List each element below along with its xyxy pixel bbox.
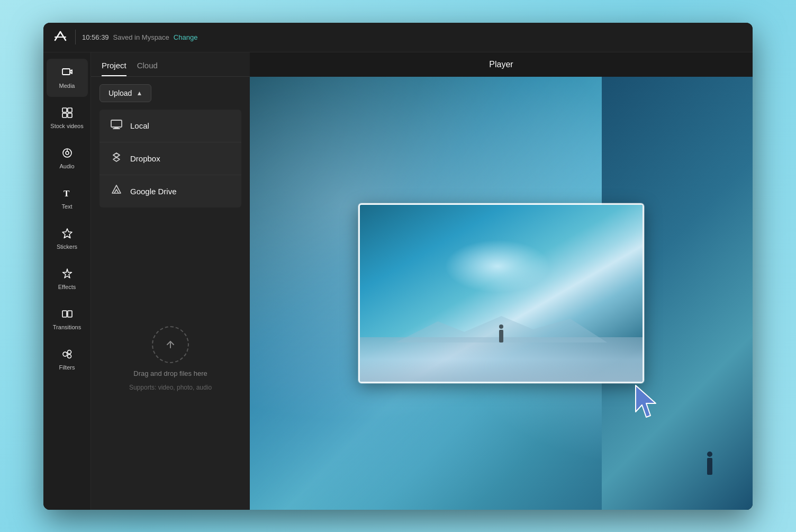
panel-tabs: Project Cloud: [91, 52, 250, 77]
background-person: [707, 458, 712, 475]
transitions-icon: [61, 308, 73, 321]
svg-rect-20: [111, 120, 122, 127]
player-title: Player: [250, 52, 753, 77]
chevron-up-icon: ▲: [136, 89, 142, 97]
top-bar: 10:56:39 Saved in Myspace Change: [43, 23, 753, 52]
saved-text: Saved in Myspace: [113, 33, 169, 41]
sidebar-label-text: Text: [61, 203, 72, 210]
svg-marker-25: [112, 185, 121, 193]
preview-inner: [360, 205, 643, 382]
cursor-container: [630, 383, 662, 423]
drop-zone: Drag and drop files here Supports: video…: [91, 208, 250, 510]
logo-icon: [53, 30, 68, 44]
tab-cloud[interactable]: Cloud: [137, 61, 158, 76]
dropbox-icon: [110, 151, 123, 166]
sidebar-label-transitions: Transitions: [53, 324, 81, 330]
stickers-icon: [61, 228, 73, 241]
googledrive-label: Google Drive: [130, 187, 177, 196]
dropdown-item-googledrive[interactable]: Google Drive: [100, 175, 241, 208]
cursor-icon: [630, 383, 662, 421]
dropdown-item-local[interactable]: Local: [100, 110, 241, 142]
upload-section: Upload ▲: [91, 77, 250, 110]
svg-marker-28: [636, 385, 656, 417]
googledrive-icon: [110, 184, 123, 199]
app-logo: [52, 29, 69, 46]
svg-rect-3: [62, 69, 70, 75]
drop-sub-text: Supports: video, photo, audio: [129, 384, 212, 391]
drop-main-text: Drag and drop files here: [133, 369, 207, 377]
dropdown-item-dropbox[interactable]: Dropbox: [100, 142, 241, 175]
top-bar-info: 10:56:39 Saved in Myspace Change: [82, 33, 197, 41]
svg-marker-24: [113, 153, 120, 157]
upload-button[interactable]: Upload ▲: [100, 84, 151, 102]
svg-point-17: [63, 352, 67, 356]
upload-dropdown: Local Dropbox: [100, 110, 241, 208]
dropbox-label: Dropbox: [130, 154, 160, 163]
svg-rect-14: [62, 311, 67, 317]
sidebar-item-text[interactable]: T Text: [47, 179, 88, 218]
stock-icon: [61, 107, 73, 120]
panel-area: Project Cloud Upload ▲: [91, 52, 250, 510]
top-bar-divider: [75, 30, 76, 44]
svg-marker-27: [395, 316, 607, 342]
sidebar-item-stickers[interactable]: Stickers: [47, 220, 88, 258]
sidebar-item-stock[interactable]: Stock videos: [47, 99, 88, 137]
svg-point-9: [66, 151, 69, 155]
app-window: 10:56:39 Saved in Myspace Change Media: [43, 23, 753, 510]
mountains-svg: [374, 311, 629, 342]
preview-card: [358, 203, 644, 383]
filters-icon: [61, 348, 73, 362]
left-sidebar: Media Stock videos: [43, 52, 91, 510]
svg-line-0: [55, 32, 60, 40]
sidebar-item-media[interactable]: Media: [47, 59, 88, 97]
sidebar-label-stickers: Stickers: [57, 244, 77, 250]
tab-project[interactable]: Project: [102, 61, 126, 76]
media-icon: [61, 67, 73, 80]
svg-rect-21: [114, 127, 119, 128]
upload-label: Upload: [108, 89, 132, 97]
sidebar-item-transitions[interactable]: Transitions: [47, 300, 88, 338]
sidebar-item-filters[interactable]: Filters: [47, 340, 88, 378]
svg-line-1: [60, 32, 66, 40]
change-link[interactable]: Change: [174, 33, 198, 41]
player-content: [250, 77, 753, 510]
sidebar-label-effects: Effects: [58, 284, 76, 290]
svg-rect-15: [68, 311, 72, 317]
svg-marker-12: [62, 229, 72, 238]
sidebar-label-filters: Filters: [59, 364, 75, 371]
preview-light: [445, 240, 550, 293]
drop-zone-circle: [152, 326, 189, 363]
player-area: Player: [250, 52, 753, 510]
sidebar-item-effects[interactable]: Effects: [47, 260, 88, 298]
svg-point-18: [67, 350, 71, 354]
local-icon: [110, 118, 123, 133]
audio-icon: [61, 147, 73, 160]
svg-text:T: T: [64, 188, 70, 199]
svg-rect-7: [68, 113, 72, 118]
local-label: Local: [130, 121, 149, 130]
sidebar-label-stock: Stock videos: [50, 123, 83, 129]
svg-rect-4: [62, 108, 67, 112]
svg-point-19: [67, 354, 71, 358]
sidebar-label-media: Media: [59, 83, 75, 89]
effects-icon: [61, 268, 73, 281]
main-layout: Media Stock videos: [43, 52, 753, 510]
svg-marker-13: [62, 269, 71, 278]
timestamp: 10:56:39: [82, 33, 109, 41]
text-icon: T: [61, 187, 73, 201]
preview-ground: [360, 337, 643, 382]
sidebar-label-audio: Audio: [59, 163, 74, 169]
svg-rect-6: [62, 113, 67, 118]
svg-rect-5: [68, 108, 72, 112]
sidebar-item-audio[interactable]: Audio: [47, 139, 88, 177]
